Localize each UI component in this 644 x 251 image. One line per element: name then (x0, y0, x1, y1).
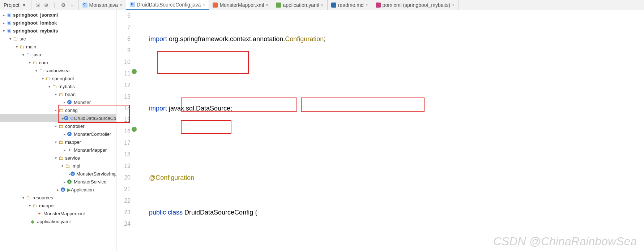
line-number: 19 (116, 160, 131, 172)
editor-tab[interactable]: DruidDataSourceConfig.java× (126, 0, 209, 10)
gear-icon[interactable]: ⚙ (60, 2, 67, 8)
tree-folder-mapper[interactable]: ▾🗀mapper (0, 202, 116, 209)
close-icon[interactable]: × (366, 3, 368, 8)
tab-label: readme.md (338, 2, 364, 8)
file-icon (276, 3, 281, 8)
tab-label: Monster.java (89, 2, 118, 8)
file-icon (331, 3, 336, 8)
tree-interface[interactable]: ▸IMonsterService (0, 178, 116, 186)
tree-module[interactable]: ▸▣springboot_lombok (0, 19, 116, 27)
line-number: 17 (116, 137, 131, 149)
tree-file-mapperxml[interactable]: ✦MonsterMapper.xml (0, 209, 116, 217)
line-number: 24 (116, 218, 131, 230)
tab-label: pom.xml (springboot_mybaits) (383, 2, 451, 8)
file-icon (130, 2, 135, 7)
line-number: 20 (116, 172, 131, 183)
tree-class[interactable]: ▸CMonster (0, 98, 116, 106)
line-number: 22 (116, 195, 131, 207)
line-number: 18 (116, 149, 131, 160)
line-number: 8 (116, 33, 131, 45)
editor-tab[interactable]: readme.md× (328, 0, 372, 10)
line-number: 7 (116, 22, 131, 33)
editor-tab[interactable]: MonsterMapper.xml× (209, 0, 272, 10)
editor-tab[interactable]: application.yaml× (272, 0, 327, 10)
tree-package-config[interactable]: ▾🗀config (0, 106, 116, 114)
tree-file-appyaml[interactable]: ◆application.yaml (0, 217, 116, 225)
tree-folder-src[interactable]: ▾🗀src (0, 35, 116, 43)
annotation-box-bean (181, 120, 231, 134)
tree-package-bean[interactable]: ▾🗀bean (0, 90, 116, 98)
tab-label: MonsterMapper.xml (219, 2, 264, 8)
target-icon[interactable]: ⊕ (43, 2, 50, 8)
line-number: 13 (116, 91, 131, 103)
tree-package-impl[interactable]: ▾🗀impl (0, 162, 116, 170)
project-tree[interactable]: ▸▣springboot_jsonxml ▸▣springboot_lombok… (0, 10, 116, 225)
tree-class[interactable]: ▸CMonsterServiceImpl (0, 170, 116, 178)
line-number: 11 (116, 68, 131, 79)
main-area: ▸▣springboot_jsonxml ▸▣springboot_lombok… (0, 10, 644, 251)
tree-module[interactable]: ▾▣springboot_mybaits (0, 27, 116, 35)
close-icon[interactable]: × (321, 3, 324, 8)
tree-class[interactable]: ▸CMonsterController (0, 130, 116, 138)
close-icon[interactable]: × (120, 3, 122, 8)
project-sidebar[interactable]: ▸▣springboot_jsonxml ▸▣springboot_lombok… (0, 10, 116, 251)
tab-label: DruidDataSourceConfig.java (137, 2, 201, 8)
line-number: 9 (116, 45, 131, 56)
tab-label: application.yaml (283, 2, 319, 8)
line-number: 14 (116, 103, 131, 114)
project-dropdown[interactable]: Project ▾ (0, 0, 31, 10)
line-number: 15 (116, 114, 131, 126)
line-number: 10 (116, 56, 131, 68)
divider-icon: | (52, 2, 58, 8)
line-number: 6 (116, 10, 131, 22)
file-icon (82, 3, 88, 8)
tree-class-application[interactable]: ▸C▶Application (0, 186, 116, 194)
top-toolbar: Project ▾ ⇲ ⊕ | ⚙ − Monster.java×DruidDa… (0, 0, 644, 10)
code-area[interactable]: import org.springframework.context.annot… (138, 10, 644, 251)
file-icon (213, 3, 218, 8)
editor-tabs: Monster.java×DruidDataSourceConfig.java×… (79, 0, 459, 10)
collapse-icon[interactable]: ⇲ (34, 2, 41, 8)
tree-package[interactable]: ▾🗀springboot (0, 74, 116, 82)
tree-package-service[interactable]: ▾🗀service (0, 154, 116, 162)
tree-package[interactable]: ▾🗀rainbowsea (0, 66, 116, 74)
close-icon[interactable]: × (266, 3, 268, 8)
toolbar-icons: ⇲ ⊕ | ⚙ − (31, 0, 79, 10)
tree-module[interactable]: ▸▣springboot_jsonxml (0, 11, 116, 19)
editor-tab[interactable]: pom.xml (springboot_mybaits)× (372, 0, 459, 10)
hide-icon[interactable]: − (69, 2, 76, 8)
spring-bean-icon[interactable] (132, 127, 137, 132)
tree-folder-main[interactable]: ▾🗀main (0, 43, 116, 51)
tree-package-controller[interactable]: ▾🗀controller (0, 122, 116, 130)
project-label: Project (4, 2, 20, 8)
line-number: 16 (116, 126, 131, 137)
close-icon[interactable]: × (452, 3, 455, 8)
editor-tab[interactable]: Monster.java× (79, 0, 126, 10)
file-icon (376, 3, 381, 8)
line-number: 23 (116, 207, 131, 218)
tree-package-mapper[interactable]: ▾🗀mapper (0, 138, 116, 146)
line-number: 12 (116, 79, 131, 91)
tree-class-druid[interactable]: ▸C⚙DruidDataSourceConfig (0, 114, 116, 122)
spring-bean-icon[interactable] (132, 69, 137, 74)
tree-folder-java[interactable]: ▾🗀java (0, 51, 116, 59)
tree-package[interactable]: ▾🗀mybatis (0, 82, 116, 90)
tree-class[interactable]: ▸✦MonsterMapper (0, 146, 116, 154)
tree-folder-resources[interactable]: ▾🗀resources (0, 194, 116, 202)
line-number: 21 (116, 183, 131, 195)
code-editor[interactable]: 6789101112131415161718192021222324 impor… (116, 10, 644, 251)
chevron-down-icon: ▾ (21, 2, 27, 8)
close-icon[interactable]: × (202, 2, 205, 7)
tree-package[interactable]: ▾🗀com (0, 59, 116, 66)
